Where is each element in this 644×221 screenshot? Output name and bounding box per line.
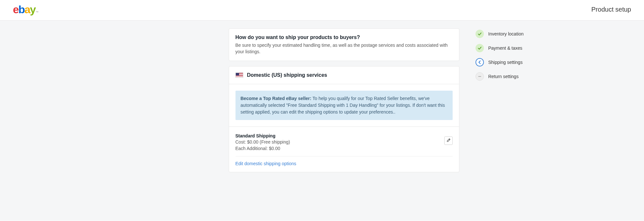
us-flag-icon — [235, 73, 243, 78]
main-column: How do you want to ship your products to… — [229, 28, 459, 177]
shipping-service-name: Standard Shipping — [235, 133, 290, 138]
step-inventory-location[interactable]: Inventory location — [476, 30, 524, 38]
check-icon — [476, 44, 484, 52]
edit-domestic-shipping-link[interactable]: Edit domestic shipping options — [235, 161, 296, 166]
pencil-icon — [447, 138, 450, 143]
content-area: How do you want to ship your products to… — [0, 21, 644, 221]
step-shipping-settings[interactable]: Shipping settings — [476, 58, 524, 66]
top-rated-seller-banner: Become a Top Rated eBay seller: To help … — [235, 91, 453, 120]
domestic-shipping-title: Domestic (US) shipping services — [247, 72, 327, 78]
step-label: Inventory location — [488, 31, 524, 36]
step-label: Return settings — [488, 74, 519, 79]
steps-list: Inventory location Payment & taxes Shipp… — [476, 30, 524, 81]
page-title: Product setup — [591, 6, 631, 13]
app-header: ebay™ Product setup — [0, 0, 644, 21]
step-label: Payment & taxes — [488, 45, 523, 51]
shipping-service-row: Standard Shipping Cost: $0.00 (Free ship… — [235, 133, 453, 156]
step-return-settings[interactable]: Return settings — [476, 72, 524, 81]
intro-card: How do you want to ship your products to… — [229, 28, 459, 61]
shipping-service-info: Standard Shipping Cost: $0.00 (Free ship… — [235, 133, 290, 152]
shipping-service-additional: Each Additional: $0.00 — [235, 146, 290, 152]
step-payment-taxes[interactable]: Payment & taxes — [476, 44, 524, 52]
steps-sidebar: Inventory location Payment & taxes Shipp… — [476, 28, 524, 86]
shipping-body: Standard Shipping Cost: $0.00 (Free ship… — [229, 127, 459, 172]
check-icon — [476, 30, 484, 38]
domestic-shipping-header: Domestic (US) shipping services — [229, 66, 459, 84]
intro-heading: How do you want to ship your products to… — [235, 35, 453, 40]
chevron-left-icon — [476, 58, 484, 66]
banner-strong: Become a Top Rated eBay seller: — [241, 96, 312, 101]
shipping-service-cost: Cost: $0.00 (Free shipping) — [235, 139, 290, 146]
intro-subtext: Be sure to specify your estimated handli… — [235, 42, 453, 55]
minus-icon — [476, 72, 484, 81]
domestic-shipping-card: Domestic (US) shipping services Become a… — [229, 66, 459, 172]
info-banner-wrap: Become a Top Rated eBay seller: To help … — [229, 84, 459, 127]
edit-shipping-button[interactable] — [444, 136, 453, 145]
step-label: Shipping settings — [488, 60, 523, 65]
ebay-logo[interactable]: ebay™ — [13, 3, 39, 16]
